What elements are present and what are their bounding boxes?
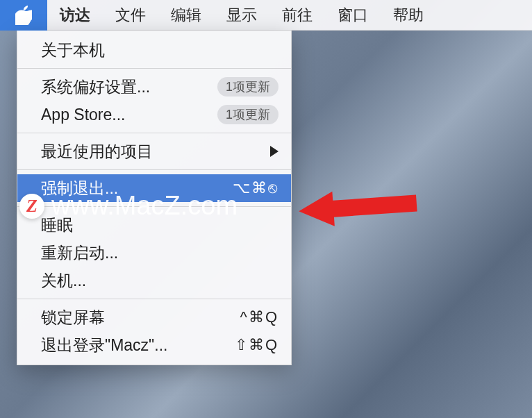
menu-item-force-quit[interactable]: 强制退出... ⌥⌘⎋ [17,174,291,202]
keyboard-shortcut: ⌥⌘⎋ [233,179,279,197]
menu-item-label: 强制退出... [41,178,227,199]
submenu-arrow-icon [270,146,279,157]
menu-item-app-store[interactable]: App Store... 1项更新 [17,101,291,128]
menubar-item-edit[interactable]: 编辑 [158,0,214,31]
menu-separator [17,299,291,299]
menubar-item-view[interactable]: 显示 [214,0,269,31]
update-badge: 1项更新 [217,77,279,97]
apple-menu-button[interactable] [0,0,47,31]
apple-menu-dropdown: 关于本机 系统偏好设置... 1项更新 App Store... 1项更新 最近… [17,31,292,365]
keyboard-shortcut: ^⌘Q [240,308,279,326]
svg-marker-0 [299,186,418,228]
menu-item-sleep[interactable]: 睡眠 [17,211,291,239]
menu-item-label: 重新启动... [41,242,279,264]
apple-logo-icon [15,6,32,25]
menu-separator [17,133,291,133]
menu-item-label: 最近使用的项目 [41,141,265,162]
menu-bar: 访达 文件 编辑 显示 前往 窗口 帮助 [0,0,532,31]
menu-item-label: 睡眠 [41,215,279,236]
menu-item-restart[interactable]: 重新启动... [17,239,291,267]
menu-item-label: 锁定屏幕 [41,307,235,328]
menubar-item-help[interactable]: 帮助 [381,0,436,31]
update-badge: 1项更新 [217,105,279,124]
menu-item-system-preferences[interactable]: 系统偏好设置... 1项更新 [17,73,291,101]
menu-item-logout[interactable]: 退出登录"Macz"... ⇧⌘Q [17,331,291,359]
menubar-item-finder[interactable]: 访达 [47,0,103,31]
menu-separator [17,206,291,207]
menu-item-label: 关于本机 [41,40,279,61]
menubar-item-window[interactable]: 窗口 [325,0,381,31]
menu-item-label: 关机... [41,270,279,292]
menubar-item-go[interactable]: 前往 [269,0,325,31]
menu-item-recent-items[interactable]: 最近使用的项目 [17,137,291,165]
menu-item-label: 退出登录"Macz"... [41,335,229,356]
menu-item-label: App Store... [41,106,212,124]
menu-item-lock-screen[interactable]: 锁定屏幕 ^⌘Q [17,303,291,331]
annotation-arrow-icon [299,186,424,228]
menu-separator [17,68,291,69]
menu-separator [17,169,291,170]
menu-item-shutdown[interactable]: 关机... [17,267,291,294]
menu-item-label: 系统偏好设置... [41,76,212,98]
menu-item-about-this-mac[interactable]: 关于本机 [17,36,291,64]
keyboard-shortcut: ⇧⌘Q [235,336,279,354]
menubar-item-file[interactable]: 文件 [103,0,158,31]
